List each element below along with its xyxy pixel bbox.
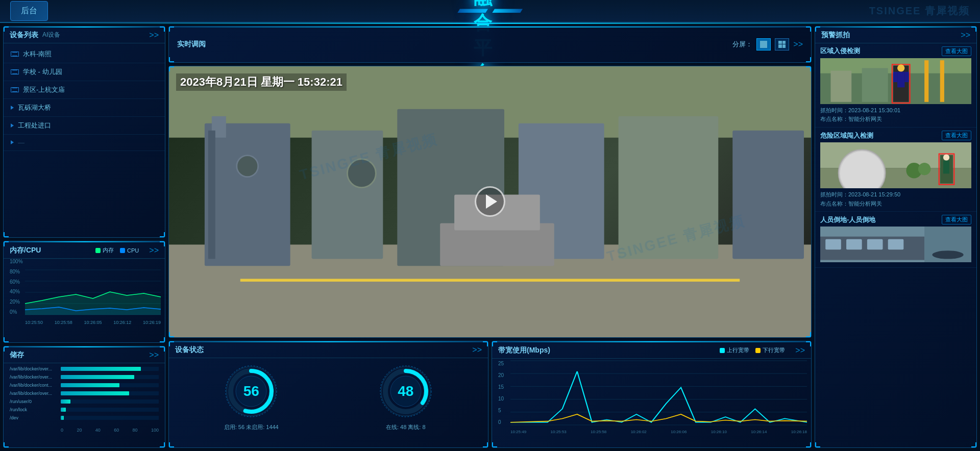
gauge-online-circle: 56 <box>223 363 279 419</box>
storage-bar-bg-7 <box>61 416 159 420</box>
svg-point-59 <box>943 155 949 161</box>
device-status-expand[interactable]: >> <box>472 345 482 355</box>
storage-label-6: /run/lock <box>10 407 61 412</box>
video-play-button[interactable] <box>475 186 505 217</box>
cpu-ram-expand[interactable]: >> <box>149 246 159 255</box>
storage-bars: /var/lib/docker/over... /var/lib/docker/… <box>4 363 165 427</box>
down-dot <box>755 348 761 353</box>
alert-3-title: 人员倒地-人员倒地 <box>820 215 875 224</box>
cpu-ram-header: 内存/CPU 内存 CPU >> <box>4 241 165 259</box>
device-item-2[interactable]: 学校 - 幼儿园 <box>4 63 165 81</box>
bandwidth-header: 带宽使用(Mbps) 上行宽带 下行宽带 <box>492 341 811 359</box>
alert-1-title: 区域入侵检测 <box>820 46 860 56</box>
svg-rect-48 <box>897 71 904 87</box>
device-item-1[interactable]: 水科-南照 <box>4 45 165 63</box>
storage-row-2: /var/lib/docker/over... <box>10 374 159 380</box>
svg-rect-66 <box>867 239 883 249</box>
device-list-expand[interactable]: >> <box>149 31 159 40</box>
legend-down: 下行宽带 <box>755 346 785 354</box>
device-list: 水科-南照 学校 - 幼儿园 景区-上杭文庙 瓦砾湖大桥 <box>4 43 165 153</box>
storage-label-7: /dev <box>10 415 61 420</box>
content-area: 设备列表 AI设备 >> 水科-南照 学校 - 幼儿园 <box>0 23 980 451</box>
device-item-4[interactable]: 瓦砾湖大桥 <box>4 99 165 117</box>
mem-label: 内存 <box>103 246 114 254</box>
device-item-3[interactable]: 景区-上杭文庙 <box>4 81 165 99</box>
split-btn-1[interactable] <box>756 38 771 51</box>
main-container: 后台 视 频 融 合 平 台 TSINGEE 青犀视频 设备列表 AI设备 <box>0 0 980 451</box>
svg-rect-64 <box>825 239 841 249</box>
storage-bar-fill-7 <box>61 416 64 420</box>
gauges-container: 56 启用: 56 未启用: 1444 <box>169 358 488 436</box>
alert-expand[interactable]: >> <box>961 31 970 40</box>
storage-expand[interactable]: >> <box>149 350 159 360</box>
legend-cpu: CPU <box>120 246 139 254</box>
svg-rect-16 <box>732 131 804 259</box>
bw-x-labels: 10:25:4910:25:5310:25:5810:26:0210:26:06… <box>510 430 807 434</box>
cpu-ram-title: 内存/CPU <box>10 246 41 255</box>
split-controls: 分屏： >> <box>732 38 803 51</box>
device-item-5[interactable]: 工程处进口 <box>4 117 165 135</box>
storage-bar-bg-2 <box>61 375 159 379</box>
alert-1-thumb <box>820 58 971 104</box>
arrow-icon-5 <box>11 123 14 128</box>
bandwidth-title: 带宽使用(Mbps) <box>498 346 550 355</box>
svg-rect-42 <box>862 68 888 102</box>
list-icon-3 <box>11 87 19 92</box>
alert-3-title-row: 人员倒地-人员倒地 查看大图 <box>820 215 971 224</box>
storage-row-3: /var/lib/docker/cont... <box>10 383 159 388</box>
middle-panel: 实时调阅 分屏： >> <box>168 26 812 448</box>
alert-1-svg <box>820 58 971 104</box>
storage-bar-fill-4 <box>61 391 129 395</box>
device-list-title: 设备列表 <box>10 31 38 40</box>
storage-bar-fill-5 <box>61 399 70 404</box>
legend-mem: 内存 <box>95 246 114 254</box>
header: 后台 视 频 融 合 平 台 TSINGEE 青犀视频 <box>0 0 980 23</box>
split-btn-4[interactable] <box>775 38 789 51</box>
storage-row-5: /run/user/0 <box>10 399 159 404</box>
cpu-dot <box>120 248 125 253</box>
device-item-6[interactable]: — <box>4 135 165 151</box>
alert-2-thumb <box>820 142 971 188</box>
alert-3-svg <box>820 227 971 262</box>
realtime-header: 实时调阅 分屏： >> <box>169 27 811 62</box>
device-list-panel: 设备列表 AI设备 >> 水科-南照 学校 - 幼儿园 <box>3 26 165 238</box>
alert-2-location: 布点名称：智能分析网关 <box>820 199 971 209</box>
list-icon-2 <box>11 69 19 74</box>
device-status-title: 设备状态 <box>175 345 204 355</box>
header-deco-right <box>492 9 523 13</box>
gauge-offline-label: 在线: 48 离线: 8 <box>386 423 426 431</box>
video-placeholder: 2023年8月21日 星期一 15:32:21 TSINGEE 青犀视频 TSI… <box>169 66 811 337</box>
back-button[interactable]: 后台 <box>10 1 48 21</box>
alert-1-view-btn[interactable]: 查看大图 <box>942 46 971 56</box>
alert-2-info: 抓拍时间：2023-08-21 15:29:50 布点名称：智能分析网关 <box>820 190 971 208</box>
storage-label-2: /var/lib/docker/over... <box>10 374 61 380</box>
svg-rect-43 <box>924 60 928 102</box>
cpu-ram-panel: 内存/CPU 内存 CPU >> <box>3 241 165 343</box>
alert-2-view-btn[interactable]: 查看大图 <box>942 131 971 140</box>
device-name-6: — <box>18 139 24 146</box>
alert-1-info: 抓拍时间：2023-08-21 15:30:01 布点名称：智能分析网关 <box>820 106 971 124</box>
svg-point-68 <box>932 250 963 259</box>
left-panel: 设备列表 AI设备 >> 水科-南照 学校 - 幼儿园 <box>3 26 165 448</box>
storage-bar-bg-6 <box>61 408 159 412</box>
alert-2-title: 危险区域闯入检测 <box>820 131 873 140</box>
svg-rect-15 <box>619 116 719 259</box>
bw-expand[interactable]: >> <box>795 346 805 355</box>
alert-header: 预警抓拍 >> <box>815 27 976 43</box>
svg-point-21 <box>237 156 258 177</box>
gauge-offline-value: 48 <box>378 363 434 419</box>
chart-legend: 内存 CPU <box>89 245 145 255</box>
alert-3-view-btn[interactable]: 查看大图 <box>942 215 971 224</box>
alert-3-thumb <box>820 227 971 262</box>
device-list-sub: AI设备 <box>42 31 60 39</box>
device-list-header: 设备列表 AI设备 >> <box>4 27 165 43</box>
svg-rect-44 <box>940 60 944 102</box>
alert-item-3: 人员倒地-人员倒地 查看大图 <box>815 212 976 268</box>
header-logo: TSINGEE 青犀视频 <box>869 4 970 18</box>
realtime-expand[interactable]: >> <box>793 40 803 49</box>
realtime-panel-header: 实时调阅 分屏： >> <box>168 26 812 63</box>
gauge-online-label: 启用: 56 未启用: 1444 <box>224 423 279 431</box>
storage-label-5: /run/user/0 <box>10 399 61 404</box>
video-main-panel[interactable]: 2023年8月21日 星期一 15:32:21 TSINGEE 青犀视频 TSI… <box>168 66 812 338</box>
arrow-icon-6 <box>11 140 14 144</box>
